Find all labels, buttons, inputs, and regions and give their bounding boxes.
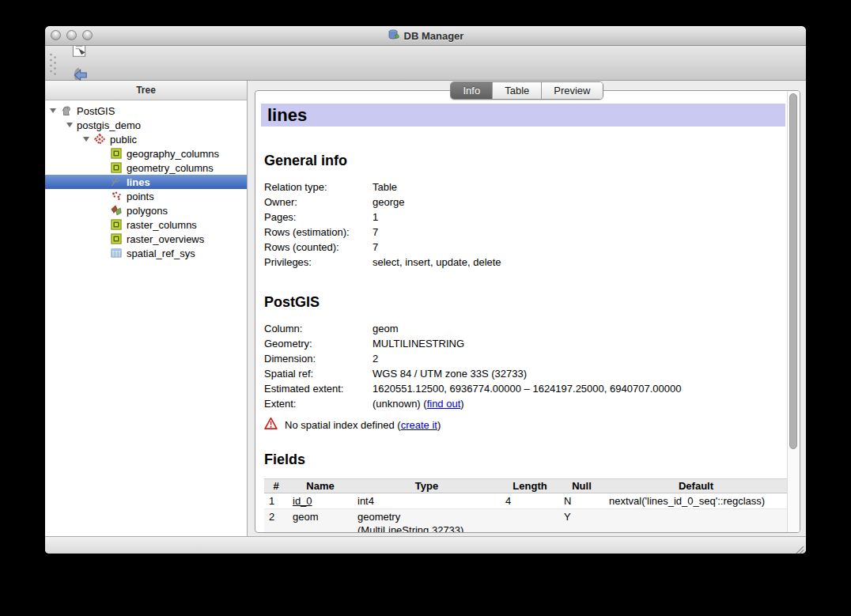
tree-item-label: public xyxy=(110,134,137,145)
info-row-label: Column: xyxy=(264,321,373,336)
warning-text: No spatial index defined (create it) xyxy=(285,419,441,431)
status-bar xyxy=(45,536,806,554)
db-manager-icon xyxy=(388,28,400,43)
tab-preview[interactable]: Preview xyxy=(542,82,602,99)
tree-item-geography_columns[interactable]: geography_columns xyxy=(45,146,247,161)
tree-item-raster_columns[interactable]: raster_columns xyxy=(45,217,247,232)
field-cell-name: id_0 xyxy=(288,493,353,509)
tree-panel: Tree PostGISpostgis_demopublicgeography_… xyxy=(45,81,248,536)
find-out-link[interactable]: find out xyxy=(427,398,461,410)
field-cell-num: 2 xyxy=(264,509,288,533)
layer-icon xyxy=(110,232,123,245)
info-row: Estimated extent:1620551.12500, 6936774.… xyxy=(261,381,788,396)
spatial-index-warning: No spatial index defined (create it) xyxy=(264,418,788,432)
info-row-label: Rows (estimation): xyxy=(264,225,373,240)
elephant-icon xyxy=(60,104,73,117)
field-cell-name: geom xyxy=(288,509,353,533)
tab-info[interactable]: Info xyxy=(451,82,493,99)
tree-item-raster_overviews[interactable]: raster_overviews xyxy=(45,232,247,246)
tree-item-geometry_columns[interactable]: geometry_columns xyxy=(45,161,247,175)
tree-item-label: geometry_columns xyxy=(127,162,214,174)
fields-column-header: Length xyxy=(501,479,559,493)
field-cell-length: 4 xyxy=(501,493,559,509)
info-row: Geometry:MULTILINESTRING xyxy=(261,336,788,351)
info-row: Rows (estimation):7 xyxy=(261,225,788,240)
polygon-layer-icon xyxy=(110,204,123,217)
fields-column-header: Name xyxy=(288,479,353,493)
info-row-label: Estimated extent: xyxy=(264,381,373,396)
info-row: Relation type:Table xyxy=(261,180,788,195)
field-cell-default xyxy=(604,509,788,533)
tab-table[interactable]: Table xyxy=(493,82,542,99)
tree-item-polygons[interactable]: polygons xyxy=(45,203,247,217)
field-row: 1id_0int44Nnextval('lines_id_0_seq'::reg… xyxy=(264,493,788,509)
window-title: DB Manager xyxy=(404,30,464,42)
field-name-link[interactable]: id_0 xyxy=(293,495,312,507)
field-cell-default: nextval('lines_id_0_seq'::regclass) xyxy=(604,493,788,509)
line-layer-icon xyxy=(110,176,123,188)
title-bar[interactable]: DB Manager xyxy=(45,26,806,46)
fields-header-row: #NameTypeLengthNullDefault xyxy=(264,479,788,493)
layer-icon xyxy=(110,218,123,231)
traffic-lights xyxy=(51,30,93,40)
page-title: lines xyxy=(261,104,785,127)
info-row-value: 1 xyxy=(373,210,788,225)
info-row: Dimension:2 xyxy=(261,351,788,366)
point-layer-icon xyxy=(110,190,123,202)
resize-grip[interactable] xyxy=(794,544,804,554)
field-cell-type: geometry (MultiLineString,32733) xyxy=(353,509,501,533)
tab-segmented-control: InfoTablePreview xyxy=(450,81,603,100)
info-row: Extent:(unknown) (find out) xyxy=(261,396,788,411)
field-cell-type: int4 xyxy=(353,493,501,509)
db-manager-window: DB Manager Tree PostGISpostgis_demopubli… xyxy=(45,26,806,554)
tree-item-PostGIS[interactable]: PostGIS xyxy=(45,104,247,118)
info-row-label: Extent: xyxy=(264,396,373,411)
create-it-link[interactable]: create it xyxy=(401,419,437,431)
tree-panel-header: Tree xyxy=(45,81,247,100)
close-button[interactable] xyxy=(51,30,61,40)
main-area: Tree PostGISpostgis_demopublicgeography_… xyxy=(45,81,806,536)
info-row-label: Dimension: xyxy=(264,351,373,366)
tree-item-lines[interactable]: lines xyxy=(45,175,247,189)
info-row-label: Pages: xyxy=(264,210,373,225)
info-row-value: (unknown) (find out) xyxy=(373,396,788,411)
info-row-value: geom xyxy=(373,321,788,336)
tree-item-label: PostGIS xyxy=(77,105,115,117)
minimize-button[interactable] xyxy=(66,30,77,40)
tree-item-public[interactable]: public xyxy=(45,132,247,146)
tree-item-label: spatial_ref_sys xyxy=(127,248,195,259)
field-cell-null: N xyxy=(559,493,604,509)
disclosure-triangle-icon[interactable] xyxy=(50,108,60,113)
info-row-value: 2 xyxy=(373,351,788,366)
field-cell-length xyxy=(501,509,559,533)
toolbar-drag-handle[interactable] xyxy=(49,51,57,75)
info-row-value: 7 xyxy=(373,225,788,240)
info-row-value: Table xyxy=(373,180,788,195)
tree-item-points[interactable]: points xyxy=(45,189,247,203)
info-row-value: 7 xyxy=(373,240,788,255)
detail-panel: InfoTablePreview lines General infoRelat… xyxy=(248,81,806,536)
scrollbar-thumb[interactable] xyxy=(789,93,797,449)
disclosure-triangle-icon[interactable] xyxy=(66,123,77,127)
zoom-button[interactable] xyxy=(82,30,93,40)
tree-item-label: raster_overviews xyxy=(127,233,204,245)
info-row-label: Privileges: xyxy=(264,255,373,270)
info-row-label: Spatial ref: xyxy=(264,366,373,381)
fields-column-header: # xyxy=(264,479,288,493)
tree-item-label: lines xyxy=(127,176,150,188)
info-row: Column:geom xyxy=(261,321,788,336)
tree-item-postgis_demo[interactable]: postgis_demo xyxy=(45,118,247,132)
info-row: Rows (counted):7 xyxy=(261,240,788,255)
info-row-value: MULTILINESTRING xyxy=(373,336,788,351)
fields-column-header: Null xyxy=(559,479,604,493)
disclosure-triangle-icon[interactable] xyxy=(83,137,93,142)
content-scrollbar[interactable] xyxy=(787,91,800,532)
tree-header-label: Tree xyxy=(136,85,156,96)
fields-column-header: Type xyxy=(353,479,501,493)
info-row-label: Rows (counted): xyxy=(264,240,373,255)
info-content: lines General infoRelation type:TableOwn… xyxy=(255,91,788,532)
section-heading: PostGIS xyxy=(264,293,788,311)
tree-item-spatial_ref_sys[interactable]: spatial_ref_sys xyxy=(45,246,247,260)
tree-item-label: geography_columns xyxy=(127,148,219,160)
info-row: Spatial ref:WGS 84 / UTM zone 33S (32733… xyxy=(261,366,788,381)
